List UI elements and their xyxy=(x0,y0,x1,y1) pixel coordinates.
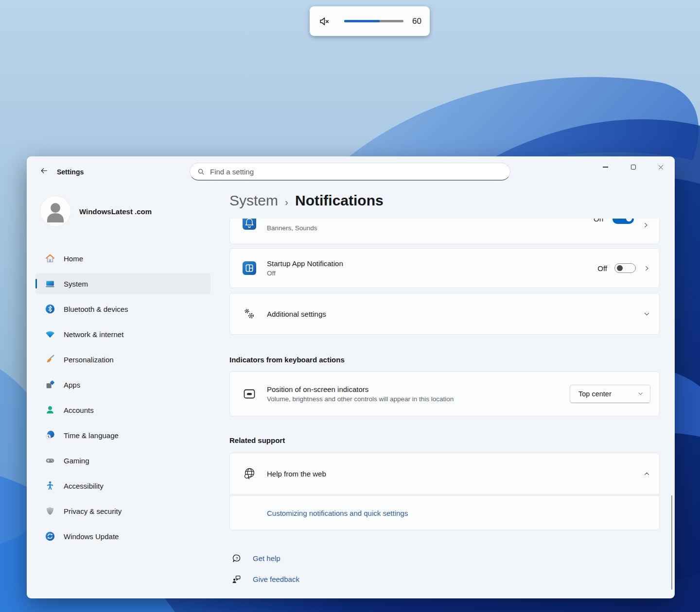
section-title-related-support: Related support xyxy=(229,436,285,444)
breadcrumb: System › Notifications xyxy=(229,192,384,209)
sidebar-item-gaming[interactable]: Gaming xyxy=(35,450,210,471)
main-content: System › Notifications Banners, Sounds O… xyxy=(228,185,675,598)
section-title-keyboard-indicators: Indicators from keyboard actions xyxy=(229,356,345,364)
sidebar-item-privacy-security[interactable]: Privacy & security xyxy=(35,500,210,522)
apps-icon xyxy=(45,379,55,390)
home-icon xyxy=(45,253,55,264)
sidebar-item-label: Home xyxy=(64,255,83,263)
chevron-down-icon xyxy=(643,310,650,318)
globe-search-icon xyxy=(242,466,257,481)
sidebar-item-label: Network & internet xyxy=(64,330,123,339)
volume-osd: 60 xyxy=(310,6,430,36)
notifications-bell-icon xyxy=(242,219,257,230)
help-link-row: Customizing notifications and quick sett… xyxy=(229,495,660,530)
notifications-toggle[interactable] xyxy=(612,219,634,224)
toggle-state-label: Off xyxy=(597,264,607,272)
back-arrow-icon xyxy=(40,167,48,175)
gears-icon xyxy=(242,306,257,321)
personalization-icon xyxy=(45,354,55,365)
accounts-icon xyxy=(45,405,55,415)
position-indicators-row: Position of on-screen indicators Volume,… xyxy=(229,371,660,416)
sidebar-item-label: Bluetooth & devices xyxy=(64,305,128,313)
sidebar-item-label: Windows Update xyxy=(64,532,119,541)
sidebar-nav: Home System Bluetooth & devices xyxy=(35,248,210,551)
startup-subtitle: Off xyxy=(267,270,343,277)
sidebar-item-label: Personalization xyxy=(64,356,114,364)
sidebar-item-label: System xyxy=(64,280,88,288)
sidebar-item-label: Accessibility xyxy=(64,482,104,490)
sidebar-item-label: Time & language xyxy=(64,431,119,440)
system-icon xyxy=(45,278,55,289)
toggle-state-label: On xyxy=(594,219,603,223)
volume-slider-fill xyxy=(344,20,380,22)
back-button[interactable] xyxy=(35,163,52,178)
volume-slider[interactable] xyxy=(344,20,403,22)
sidebar-item-network-internet[interactable]: Network & internet xyxy=(35,323,210,345)
notifications-subtitle: Banners, Sounds xyxy=(267,224,317,232)
help-link[interactable]: Customizing notifications and quick sett… xyxy=(267,509,408,517)
close-button[interactable] xyxy=(647,156,675,178)
position-dropdown-value: Top center xyxy=(578,390,612,398)
sidebar-item-label: Privacy & security xyxy=(64,507,122,515)
startup-title: Startup App Notification xyxy=(267,259,343,268)
settings-window: Settings Wi xyxy=(27,156,675,598)
window-controls xyxy=(592,156,675,178)
avatar xyxy=(40,196,70,226)
sidebar-item-label: Gaming xyxy=(64,457,89,465)
get-help-icon: ? xyxy=(231,553,242,563)
chevron-right-icon xyxy=(642,221,649,229)
sidebar-item-accounts[interactable]: Accounts xyxy=(35,399,210,421)
get-help-label: Get help xyxy=(253,554,280,562)
sidebar-item-personalization[interactable]: Personalization xyxy=(35,349,210,370)
search-icon xyxy=(197,168,205,175)
bluetooth-icon xyxy=(45,304,55,314)
minimize-button[interactable] xyxy=(592,156,619,178)
startup-app-notification-row[interactable]: Startup App Notification Off Off xyxy=(229,248,660,288)
startup-toggle[interactable] xyxy=(614,263,636,273)
volume-value: 60 xyxy=(412,17,421,26)
help-from-web-title: Help from the web xyxy=(267,470,326,478)
startup-app-icon xyxy=(242,261,257,275)
sidebar-item-bluetooth-devices[interactable]: Bluetooth & devices xyxy=(35,298,210,320)
additional-settings-title: Additional settings xyxy=(267,310,326,318)
chevron-up-icon xyxy=(643,470,650,477)
chevron-down-icon xyxy=(637,391,644,397)
breadcrumb-separator: › xyxy=(285,196,288,208)
give-feedback-label: Give feedback xyxy=(253,575,299,583)
position-subtitle: Volume, brightness and other controls wi… xyxy=(267,395,454,403)
gaming-icon xyxy=(45,455,55,466)
sidebar-item-windows-update[interactable]: Windows Update xyxy=(35,526,210,547)
maximize-button[interactable] xyxy=(619,156,647,178)
person-icon xyxy=(40,196,70,226)
position-title: Position of on-screen indicators xyxy=(267,385,454,393)
sidebar-item-accessibility[interactable]: Accessibility xyxy=(35,475,210,496)
screen-indicator-icon xyxy=(242,387,257,401)
page-title: Notifications xyxy=(295,192,384,209)
search-input[interactable] xyxy=(210,168,503,176)
additional-settings-row[interactable]: Additional settings xyxy=(229,293,660,335)
search-box[interactable] xyxy=(190,163,510,181)
windows-update-icon xyxy=(45,531,55,542)
help-from-web-row[interactable]: Help from the web xyxy=(229,453,660,494)
get-help-link[interactable]: ? Get help xyxy=(231,551,280,565)
scrollbar[interactable] xyxy=(671,495,672,590)
sidebar-item-apps[interactable]: Apps xyxy=(35,374,210,395)
notifications-master-row[interactable]: Banners, Sounds On xyxy=(229,219,660,244)
settings-rows: Banners, Sounds On Startup App N xyxy=(229,219,660,598)
give-feedback-link[interactable]: Give feedback xyxy=(231,572,299,586)
privacy-shield-icon xyxy=(45,506,55,516)
user-name: WindowsLatest .com xyxy=(79,207,152,216)
close-icon xyxy=(658,164,664,170)
network-icon xyxy=(45,329,55,340)
selected-indicator xyxy=(35,279,37,289)
sidebar-item-label: Apps xyxy=(64,381,80,389)
user-profile[interactable]: WindowsLatest .com xyxy=(40,196,152,226)
position-dropdown[interactable]: Top center xyxy=(570,385,650,403)
sidebar-item-system[interactable]: System xyxy=(35,273,210,294)
maximize-icon xyxy=(631,165,636,170)
sidebar-item-time-language[interactable]: Time & language xyxy=(35,425,210,446)
breadcrumb-parent[interactable]: System xyxy=(229,192,278,209)
app-title: Settings xyxy=(57,168,84,176)
chevron-right-icon xyxy=(643,265,650,272)
sidebar-item-home[interactable]: Home xyxy=(35,248,210,269)
